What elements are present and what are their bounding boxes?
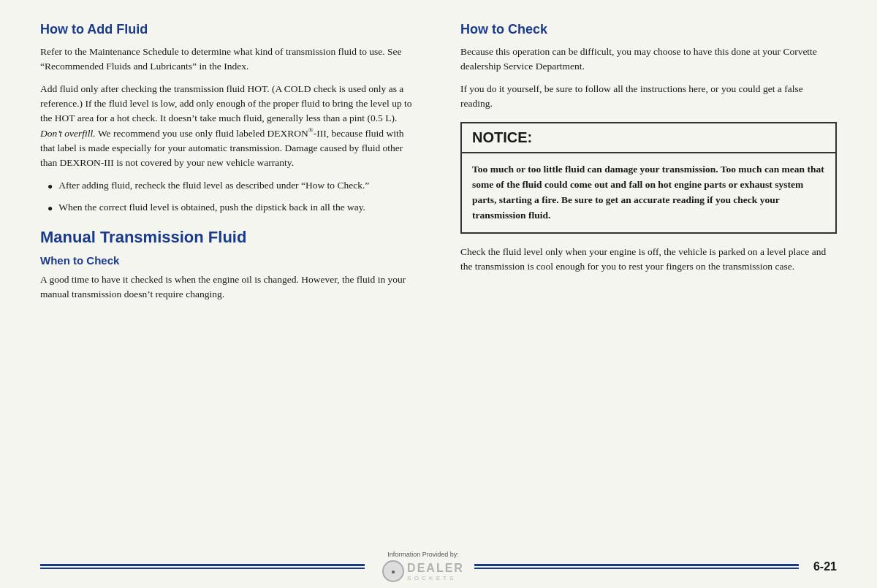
add-fluid-para2: Add fluid only after checking the transm… — [40, 82, 417, 171]
bullet-item-2: When the correct fluid level is obtained… — [48, 200, 417, 215]
footer-info-text: Information Provided by: — [387, 551, 459, 558]
footer: Information Provided by: ● DEALER S O C … — [0, 546, 877, 588]
footer-logo-sub: S O C K E T S — [407, 575, 454, 581]
footer-logo-icon: ● — [382, 560, 404, 582]
footer-logo: ● DEALER S O C K E T S — [382, 560, 464, 582]
add-fluid-bullets: After adding fluid, recheck the fluid le… — [48, 178, 417, 215]
bullet-item-1: After adding fluid, recheck the fluid le… — [48, 178, 417, 193]
how-to-check-para3: Check the fluid level only when your eng… — [460, 245, 837, 275]
notice-body: Too much or too little fluid can damage … — [462, 153, 835, 232]
page-number: 6-21 — [813, 560, 837, 573]
footer-center: Information Provided by: ● DEALER S O C … — [372, 551, 474, 582]
footer-logo-block: DEALER S O C K E T S — [407, 562, 464, 581]
how-to-check-para1: Because this operation can be difficult,… — [460, 45, 837, 75]
footer-lines-left — [40, 564, 365, 569]
footer-top-line-right — [474, 564, 799, 566]
when-to-check-title: When to Check — [40, 254, 417, 267]
how-to-check-title: How to Check — [460, 22, 837, 37]
add-fluid-para1: Refer to the Maintenance Schedule to det… — [40, 45, 417, 75]
notice-box: NOTICE: Too much or too little fluid can… — [460, 122, 837, 234]
footer-bottom-line — [40, 568, 365, 569]
footer-top-line — [40, 564, 365, 566]
footer-logo-text: DEALER — [407, 562, 464, 575]
content-area: How to Add Fluid Refer to the Maintenanc… — [40, 22, 837, 533]
page: How to Add Fluid Refer to the Maintenanc… — [0, 0, 877, 588]
notice-header: NOTICE: — [462, 123, 835, 153]
add-fluid-title: How to Add Fluid — [40, 22, 417, 37]
how-to-check-para2: If you do it yourself, be sure to follow… — [460, 82, 837, 112]
right-column: How to Check Because this operation can … — [453, 22, 837, 533]
when-to-check-para: A good time to have it checked is when t… — [40, 272, 417, 302]
left-column: How to Add Fluid Refer to the Maintenanc… — [40, 22, 424, 533]
footer-lines-right — [474, 564, 799, 569]
footer-bottom-line-right — [474, 568, 799, 569]
manual-transmission-title: Manual Transmission Fluid — [40, 228, 417, 247]
